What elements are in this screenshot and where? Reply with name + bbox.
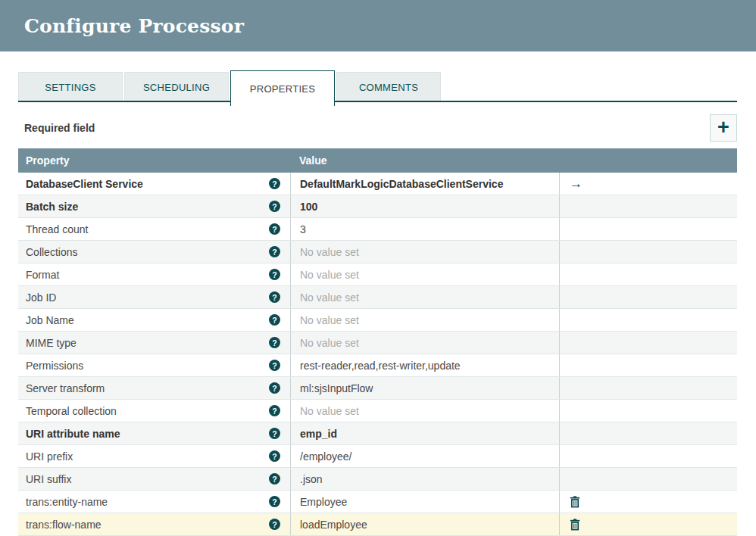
value-cell[interactable]: DefaultMarkLogicDatabaseClientService bbox=[290, 173, 559, 195]
value-cell[interactable]: 100 bbox=[290, 195, 559, 217]
tab-scheduling[interactable]: SCHEDULING bbox=[124, 72, 229, 102]
property-name: Thread count bbox=[26, 223, 89, 235]
page-title: Configure Processor bbox=[0, 15, 244, 37]
property-cell: URI attribute name ? bbox=[18, 422, 290, 444]
property-value: ml:sjsInputFlow bbox=[300, 382, 373, 394]
action-cell bbox=[559, 400, 737, 422]
table-row: MIME type ? No value set bbox=[18, 332, 737, 354]
help-icon[interactable]: ? bbox=[269, 314, 280, 326]
property-name: MIME type bbox=[26, 337, 77, 349]
value-cell[interactable]: rest-reader,read,rest-writer,update bbox=[290, 354, 559, 376]
action-cell bbox=[559, 286, 737, 308]
help-icon[interactable]: ? bbox=[269, 201, 280, 212]
value-cell[interactable]: loadEmployee bbox=[290, 513, 559, 535]
table-row: Server transform ? ml:sjsInputFlow bbox=[18, 377, 737, 400]
trash-icon bbox=[570, 496, 580, 508]
action-cell bbox=[559, 377, 737, 399]
table-row: Permissions ? rest-reader,read,rest-writ… bbox=[18, 354, 737, 377]
delete-property-button[interactable] bbox=[570, 496, 580, 508]
property-value: Employee bbox=[300, 496, 347, 508]
property-name: Temporal collection bbox=[26, 405, 117, 417]
help-icon[interactable]: ? bbox=[269, 382, 280, 394]
help-icon[interactable]: ? bbox=[269, 291, 280, 303]
go-to-service-arrow-icon[interactable]: → bbox=[570, 177, 583, 190]
help-icon[interactable]: ? bbox=[269, 428, 280, 439]
tab-bar: SETTINGS SCHEDULING PROPERTIES COMMENTS bbox=[18, 70, 737, 106]
action-cell: → bbox=[559, 173, 737, 195]
property-name: URI prefix bbox=[26, 450, 73, 463]
tab-comments[interactable]: COMMENTS bbox=[336, 72, 441, 102]
value-cell[interactable]: No value set bbox=[290, 241, 559, 263]
property-name: trans:flow-name bbox=[26, 519, 102, 531]
action-cell bbox=[559, 309, 737, 331]
property-cell: trans:entity-name ? bbox=[18, 491, 290, 513]
action-cell bbox=[559, 422, 737, 444]
value-cell[interactable]: /employee/ bbox=[290, 445, 559, 467]
action-cell bbox=[559, 354, 737, 376]
table-row: URI suffix ? .json bbox=[18, 468, 737, 491]
table-row: Thread count ? 3 bbox=[18, 218, 737, 241]
property-value: /employee/ bbox=[300, 450, 351, 463]
required-field-label: Required field bbox=[18, 122, 95, 134]
property-name: Permissions bbox=[26, 360, 83, 372]
table-header-row: Property Value bbox=[18, 148, 737, 173]
value-cell[interactable]: Employee bbox=[290, 491, 559, 513]
value-cell[interactable]: 3 bbox=[290, 218, 559, 240]
property-name: Batch size bbox=[26, 201, 78, 213]
help-icon[interactable]: ? bbox=[269, 269, 280, 280]
property-cell: Thread count ? bbox=[18, 218, 290, 240]
property-name: Server transform bbox=[26, 382, 105, 394]
help-icon[interactable]: ? bbox=[269, 360, 280, 371]
action-cell bbox=[559, 468, 737, 490]
help-icon[interactable]: ? bbox=[269, 450, 280, 462]
property-name: Job ID bbox=[26, 291, 56, 304]
property-value: rest-reader,read,rest-writer,update bbox=[300, 360, 461, 372]
property-value: .json bbox=[300, 473, 323, 485]
property-value: No value set bbox=[300, 337, 359, 349]
action-cell bbox=[559, 491, 737, 513]
add-property-button[interactable]: + bbox=[710, 114, 737, 142]
action-cell bbox=[559, 513, 737, 535]
help-icon[interactable]: ? bbox=[269, 496, 280, 507]
property-value: No value set bbox=[300, 246, 359, 258]
property-name: Collections bbox=[26, 246, 77, 258]
value-cell[interactable]: No value set bbox=[290, 309, 559, 331]
property-cell: URI prefix ? bbox=[18, 445, 290, 467]
value-cell[interactable]: emp_id bbox=[290, 422, 559, 444]
value-cell[interactable]: .json bbox=[290, 468, 559, 490]
trash-icon bbox=[570, 519, 580, 531]
action-cell bbox=[559, 332, 737, 354]
property-cell: Temporal collection ? bbox=[18, 400, 290, 422]
property-cell: MIME type ? bbox=[18, 332, 290, 354]
value-cell[interactable]: No value set bbox=[290, 400, 559, 422]
help-icon[interactable]: ? bbox=[269, 246, 280, 257]
help-icon[interactable]: ? bbox=[269, 337, 280, 348]
help-icon[interactable]: ? bbox=[269, 178, 280, 189]
value-cell[interactable]: No value set bbox=[290, 332, 559, 354]
action-cell bbox=[559, 195, 737, 217]
table-row: DatabaseClient Service ? DefaultMarkLogi… bbox=[18, 173, 737, 195]
table-row: Collections ? No value set bbox=[18, 241, 737, 263]
help-icon[interactable]: ? bbox=[269, 223, 280, 235]
tab-properties[interactable]: PROPERTIES bbox=[230, 70, 335, 106]
action-cell bbox=[559, 263, 737, 285]
value-cell[interactable]: No value set bbox=[290, 263, 559, 285]
tab-settings[interactable]: SETTINGS bbox=[18, 72, 123, 102]
property-value: No value set bbox=[300, 405, 359, 417]
delete-property-button[interactable] bbox=[570, 519, 580, 531]
property-value: 3 bbox=[300, 223, 306, 235]
property-cell: Permissions ? bbox=[18, 354, 290, 376]
help-icon[interactable]: ? bbox=[269, 519, 280, 530]
value-cell[interactable]: No value set bbox=[290, 286, 559, 308]
property-value: No value set bbox=[300, 314, 359, 326]
table-row: Format ? No value set bbox=[18, 263, 737, 286]
column-header-property: Property bbox=[18, 154, 290, 167]
help-icon[interactable]: ? bbox=[269, 405, 280, 416]
value-cell[interactable]: ml:sjsInputFlow bbox=[290, 377, 559, 399]
help-icon[interactable]: ? bbox=[269, 473, 280, 485]
property-name: URI suffix bbox=[26, 473, 71, 485]
table-row: URI attribute name ? emp_id bbox=[18, 422, 737, 445]
table-row: URI prefix ? /employee/ bbox=[18, 445, 737, 468]
property-name: URI attribute name bbox=[26, 428, 120, 440]
table-row: trans:flow-name ? loadEmployee bbox=[18, 513, 737, 536]
